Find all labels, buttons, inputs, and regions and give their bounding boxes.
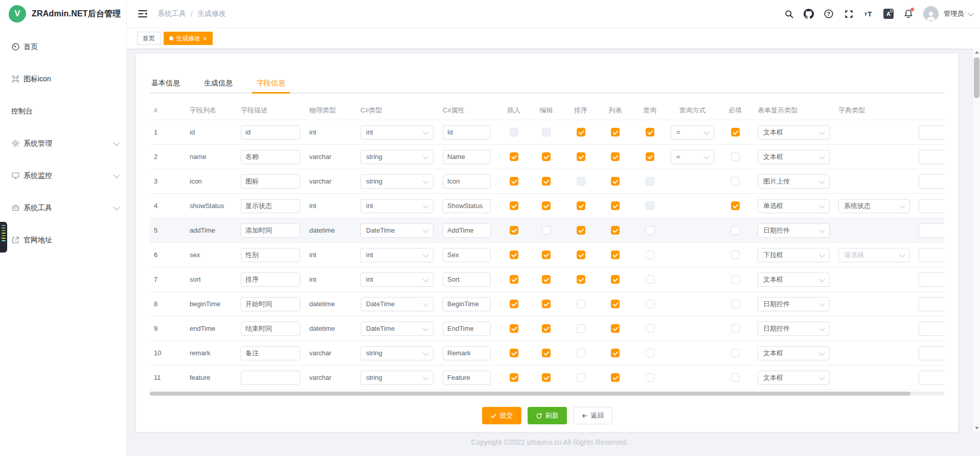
description-input[interactable] bbox=[241, 322, 300, 336]
extra-input[interactable] bbox=[919, 223, 944, 238]
csharp-property-input[interactable] bbox=[443, 125, 491, 140]
csharp-property-input[interactable] bbox=[443, 371, 491, 385]
extra-input[interactable] bbox=[919, 322, 944, 336]
breadcrumb-item[interactable]: 系统工具 bbox=[157, 9, 186, 18]
csharp-type-select[interactable]: string bbox=[360, 174, 434, 189]
extra-input[interactable] bbox=[919, 371, 944, 385]
help-icon[interactable]: ? bbox=[824, 9, 834, 19]
description-input[interactable] bbox=[241, 346, 300, 360]
edit-checkbox[interactable] bbox=[542, 349, 551, 357]
csharp-type-select[interactable]: string bbox=[360, 150, 434, 164]
query-checkbox[interactable] bbox=[646, 373, 654, 382]
close-icon[interactable]: × bbox=[203, 35, 207, 42]
csharp-type-select[interactable]: DateTime bbox=[360, 322, 434, 336]
csharp-type-select[interactable]: DateTime bbox=[360, 297, 434, 311]
sort-checkbox[interactable] bbox=[577, 349, 585, 357]
list-checkbox[interactable] bbox=[611, 300, 620, 308]
insert-checkbox[interactable] bbox=[510, 250, 518, 259]
description-input[interactable] bbox=[241, 297, 300, 311]
insert-checkbox[interactable] bbox=[510, 373, 518, 382]
list-checkbox[interactable] bbox=[611, 152, 620, 161]
query-checkbox[interactable] bbox=[646, 226, 654, 235]
csharp-type-select[interactable]: DateTime bbox=[360, 223, 434, 238]
extra-input[interactable] bbox=[919, 125, 944, 140]
sort-checkbox[interactable] bbox=[577, 324, 585, 333]
extra-input[interactable] bbox=[919, 199, 944, 213]
query-type-select[interactable]: = bbox=[671, 125, 714, 140]
sidebar-item-system-admin[interactable]: 系统管理 bbox=[0, 127, 126, 159]
insert-checkbox[interactable] bbox=[510, 152, 518, 161]
edit-checkbox[interactable] bbox=[542, 275, 551, 284]
bell-icon[interactable] bbox=[903, 9, 914, 19]
dict-type-select[interactable]: 请选择 bbox=[838, 248, 910, 262]
edit-checkbox[interactable] bbox=[542, 300, 551, 308]
sort-checkbox[interactable] bbox=[577, 250, 585, 259]
display-type-select[interactable]: 文本框 bbox=[758, 125, 830, 140]
description-input[interactable] bbox=[241, 223, 300, 238]
refresh-button[interactable]: 刷新 bbox=[528, 407, 567, 424]
search-icon[interactable] bbox=[784, 9, 794, 19]
required-checkbox[interactable] bbox=[731, 201, 740, 210]
edit-checkbox[interactable] bbox=[542, 152, 551, 161]
required-checkbox[interactable] bbox=[731, 324, 740, 333]
sidebar-fold-icon[interactable] bbox=[137, 8, 148, 19]
csharp-type-select[interactable]: int bbox=[360, 248, 434, 262]
edit-checkbox[interactable] bbox=[542, 373, 551, 382]
sort-checkbox[interactable] bbox=[577, 201, 585, 210]
scroll-up-arrow[interactable] bbox=[973, 49, 980, 56]
display-type-select[interactable]: 下拉框 bbox=[758, 248, 830, 262]
query-checkbox[interactable] bbox=[646, 250, 654, 259]
csharp-type-select[interactable]: string bbox=[360, 371, 434, 385]
description-input[interactable] bbox=[241, 272, 300, 287]
list-checkbox[interactable] bbox=[611, 324, 620, 333]
list-checkbox[interactable] bbox=[611, 373, 620, 382]
tab-basic-info[interactable]: 基本信息 bbox=[150, 73, 181, 93]
display-type-select[interactable]: 日期控件 bbox=[758, 322, 830, 336]
edit-checkbox[interactable] bbox=[542, 177, 551, 186]
sort-checkbox[interactable] bbox=[577, 373, 585, 382]
insert-checkbox[interactable] bbox=[510, 275, 518, 284]
description-input[interactable] bbox=[241, 248, 300, 262]
insert-checkbox[interactable] bbox=[510, 300, 518, 308]
extra-input[interactable] bbox=[919, 150, 944, 164]
extra-input[interactable] bbox=[919, 346, 944, 360]
edit-checkbox[interactable] bbox=[542, 324, 551, 333]
csharp-property-input[interactable] bbox=[443, 272, 491, 287]
translate-icon[interactable]: A bbox=[883, 9, 894, 19]
required-checkbox[interactable] bbox=[731, 177, 740, 186]
description-input[interactable] bbox=[241, 150, 300, 164]
insert-checkbox[interactable] bbox=[510, 349, 518, 357]
display-type-select[interactable]: 日期控件 bbox=[758, 223, 830, 238]
chevron-down-icon[interactable] bbox=[968, 10, 973, 16]
edit-checkbox[interactable] bbox=[542, 250, 551, 259]
csharp-type-select[interactable]: int bbox=[360, 272, 434, 287]
horizontal-scrollbar-thumb[interactable] bbox=[150, 392, 910, 396]
insert-checkbox[interactable] bbox=[510, 201, 518, 210]
csharp-type-select[interactable]: string bbox=[360, 346, 434, 360]
back-button[interactable]: 返回 bbox=[573, 407, 612, 424]
insert-checkbox[interactable] bbox=[510, 177, 518, 186]
csharp-property-input[interactable] bbox=[443, 199, 491, 213]
description-input[interactable] bbox=[241, 125, 300, 140]
sidebar-item-home[interactable]: 首页 bbox=[0, 31, 126, 63]
sidebar-item-console[interactable]: 控制台 bbox=[0, 95, 126, 127]
csharp-property-input[interactable] bbox=[443, 150, 491, 164]
query-checkbox[interactable] bbox=[646, 275, 654, 284]
csharp-property-input[interactable] bbox=[443, 248, 491, 262]
tag-generate-edit[interactable]: 生成修改 × bbox=[164, 32, 213, 45]
required-checkbox[interactable] bbox=[731, 300, 740, 308]
display-type-select[interactable]: 图片上传 bbox=[758, 174, 830, 189]
app-logo-row[interactable]: V ZRAdmin.NET后台管理 bbox=[0, 0, 126, 28]
required-checkbox[interactable] bbox=[731, 128, 740, 136]
submit-button[interactable]: 提交 bbox=[482, 407, 521, 424]
list-checkbox[interactable] bbox=[611, 128, 620, 136]
insert-checkbox[interactable] bbox=[510, 324, 518, 333]
query-checkbox[interactable] bbox=[646, 300, 654, 308]
required-checkbox[interactable] bbox=[731, 349, 740, 357]
vertical-scrollbar[interactable] bbox=[972, 49, 980, 432]
required-checkbox[interactable] bbox=[731, 226, 740, 235]
query-checkbox[interactable] bbox=[646, 349, 654, 357]
extra-input[interactable] bbox=[919, 248, 944, 262]
tab-generate-info[interactable]: 生成信息 bbox=[202, 73, 234, 93]
sort-checkbox[interactable] bbox=[577, 300, 585, 308]
